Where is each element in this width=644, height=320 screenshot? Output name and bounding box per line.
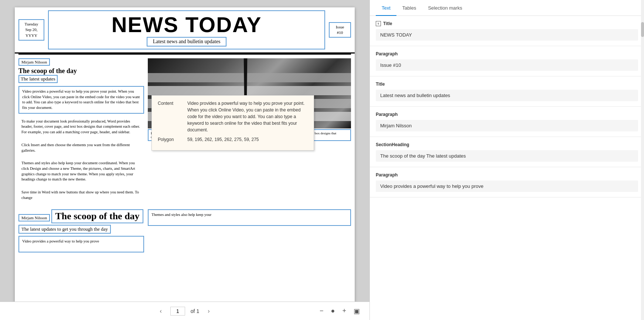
section-type-title-1: Title <box>383 21 392 26</box>
panel-value-para-3: Video provides a powerful way to help yo… <box>376 180 638 192</box>
newspaper-body: Mirjam Nilsson The scoop of the day The … <box>15 55 355 209</box>
tab-selection-marks[interactable]: Selection marks <box>422 0 468 16</box>
panel-section-header-title-1: T Title <box>376 21 638 26</box>
panel-content: T Title NEWS TODAY Paragraph Issue #10 T… <box>370 16 644 320</box>
tooltip-value-polygon: 59, 195, 262, 195, 262, 275, 59, 275 <box>187 136 308 143</box>
panel-section-header-title-2: Title <box>376 82 638 87</box>
date-box: Tuesday Sep 20, YYYY <box>18 19 44 41</box>
panel-value-sh: The scoop of the day The latest updates <box>376 150 638 162</box>
section-type-sh: SectionHeading <box>376 142 409 147</box>
panel-tabs: Text Tables Selection marks <box>370 0 644 16</box>
section-type-para-1: Paragraph <box>376 51 398 56</box>
tooltip-row-polygon: Polygon 59, 195, 262, 195, 262, 275, 59,… <box>158 136 308 143</box>
author-name-1: Mirjam Nilsson <box>18 58 50 66</box>
scrollbar[interactable] <box>641 0 644 320</box>
panel-section-title-2: Title Latest news and bulletin updates <box>370 76 644 107</box>
zoom-in-button[interactable]: + <box>340 306 348 316</box>
tooltip-value-content: Video provides a powerful way to help yo… <box>187 100 308 133</box>
tooltip-box: Content Video provides a powerful way to… <box>151 95 314 151</box>
next-page-button[interactable]: › <box>205 306 212 316</box>
tooltip-label-content: Content <box>158 100 187 133</box>
panel-section-header-para-3: Paragraph <box>376 172 638 178</box>
zoom-reset-button[interactable]: ● <box>329 306 337 316</box>
section-subheading-1: The latest updates <box>18 75 58 83</box>
panel-section-paragraph-2: Paragraph Mirjam Nilsson <box>370 107 644 137</box>
panel-section-paragraph-1: Paragraph Issue #10 <box>370 46 644 76</box>
title-icon: T <box>376 21 381 26</box>
newspaper-title: NEWS TODAY <box>104 11 269 37</box>
panel-section-paragraph-3: Paragraph Video provides a powerful way … <box>370 167 644 197</box>
section-type-para-3: Paragraph <box>376 172 398 178</box>
document-viewer: Tuesday Sep 20, YYYY NEWS TODAY Latest n… <box>0 0 369 320</box>
page-number-input[interactable] <box>170 307 185 316</box>
text-block-3: Click Insert and then choose the element… <box>18 140 144 155</box>
panel-value-para-1: Issue #10 <box>376 59 638 71</box>
text-block-partial: Video provides a powerful way to help yo… <box>18 236 144 252</box>
left-column: Mirjam Nilsson The scoop of the day The … <box>18 58 144 206</box>
panel-section-header-para-2: Paragraph <box>376 112 638 117</box>
right-panel: Text Tables Selection marks T Title NEWS… <box>369 0 644 320</box>
section-type-para-2: Paragraph <box>376 112 398 117</box>
issue-box: Issue #10 <box>329 22 351 38</box>
panel-value-title-1: NEWS TODAY <box>376 29 638 41</box>
page-of-label: of 1 <box>191 308 199 314</box>
bottom-toolbar: ‹ of 1 › − ● + ▣ <box>0 302 369 320</box>
panel-section-sectionheading: SectionHeading The scoop of the day The … <box>370 137 644 167</box>
zoom-out-button[interactable]: − <box>317 306 326 316</box>
themes-box: Themes and styles also help keep your <box>148 209 351 226</box>
zoom-fit-button[interactable]: ▣ <box>351 306 362 316</box>
panel-section-header-para-1: Paragraph <box>376 51 638 56</box>
bottom-right: Themes and styles also help keep your <box>148 209 351 252</box>
section-heading-1: The scoop of the day <box>18 67 144 75</box>
text-block-4: Themes and styles also help keep your do… <box>18 158 144 185</box>
section-heading-large: The scoop of the day <box>51 209 143 223</box>
section-type-title-2: Title <box>376 82 385 87</box>
author-name-2: Mirjam Nilsson <box>18 214 50 221</box>
tooltip-row-content: Content Video provides a powerful way to… <box>158 100 308 133</box>
bottom-section: Mirjam Nilsson The scoop of the day The … <box>15 209 355 256</box>
panel-section-header-sh: SectionHeading <box>376 142 638 147</box>
zoom-controls: − ● + ▣ <box>317 306 362 316</box>
scrollbar-thumb[interactable] <box>641 22 644 37</box>
panel-value-title-2: Latest news and bulletin updates <box>376 90 638 101</box>
text-block-5: Save time in Word with new buttons that … <box>18 187 144 203</box>
text-block-2: To make your document look professionall… <box>18 117 144 137</box>
newspaper-header: Tuesday Sep 20, YYYY NEWS TODAY Latest n… <box>15 7 355 54</box>
text-block-1: Video provides a powerful way to help yo… <box>18 86 144 114</box>
title-section: NEWS TODAY Latest news and bulletin upda… <box>48 10 325 49</box>
document-page: Tuesday Sep 20, YYYY NEWS TODAY Latest n… <box>15 7 355 302</box>
document-area: Tuesday Sep 20, YYYY NEWS TODAY Latest n… <box>0 0 369 302</box>
panel-section-title-1: T Title NEWS TODAY <box>370 16 644 46</box>
section-subheading-large: The latest updates to get you through th… <box>18 225 111 234</box>
panel-value-para-2: Mirjam Nilsson <box>376 120 638 131</box>
bottom-left: Mirjam Nilsson The scoop of the day The … <box>18 209 144 252</box>
newspaper-subtitle: Latest news and bulletin updates <box>147 37 227 47</box>
tooltip-label-polygon: Polygon <box>158 136 187 143</box>
tab-text[interactable]: Text <box>376 0 396 16</box>
prev-page-button[interactable]: ‹ <box>157 306 164 316</box>
tab-tables[interactable]: Tables <box>396 0 422 16</box>
right-column: Content Video provides a powerful way to… <box>148 58 351 206</box>
image-container: Content Video provides a powerful way to… <box>148 58 351 128</box>
